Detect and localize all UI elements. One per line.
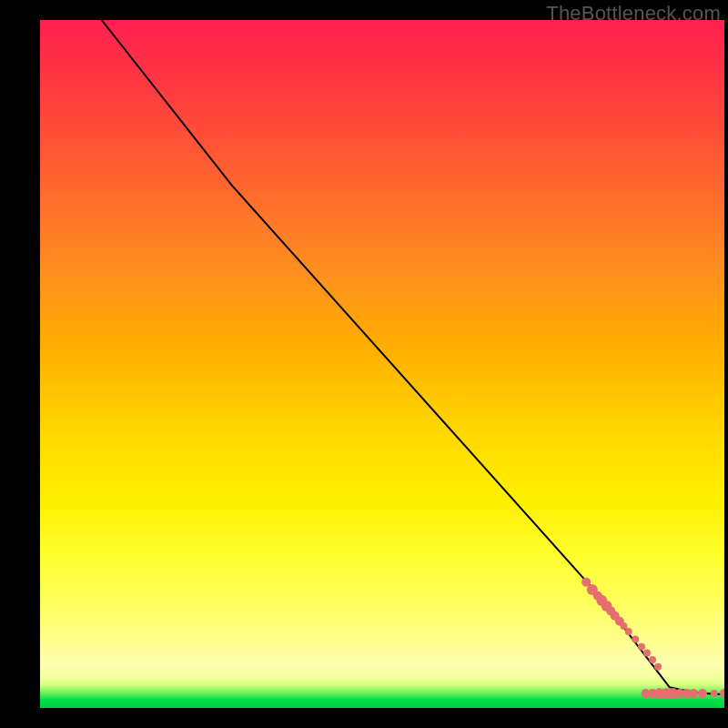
data-point	[654, 663, 662, 671]
data-point	[720, 689, 724, 698]
data-point	[638, 643, 645, 651]
bottleneck-curve	[102, 20, 724, 694]
data-point	[643, 650, 651, 657]
data-point	[711, 690, 718, 697]
data-point	[698, 689, 707, 698]
data-point	[620, 622, 627, 630]
watermark-text: TheBottleneck.com	[546, 2, 721, 25]
data-point	[625, 628, 632, 635]
plot-area	[40, 20, 724, 708]
data-point	[689, 689, 698, 698]
data-points	[581, 578, 724, 699]
chart-frame: TheBottleneck.com	[0, 0, 728, 728]
data-point	[632, 635, 639, 642]
chart-svg	[40, 20, 724, 708]
data-point	[649, 656, 656, 663]
